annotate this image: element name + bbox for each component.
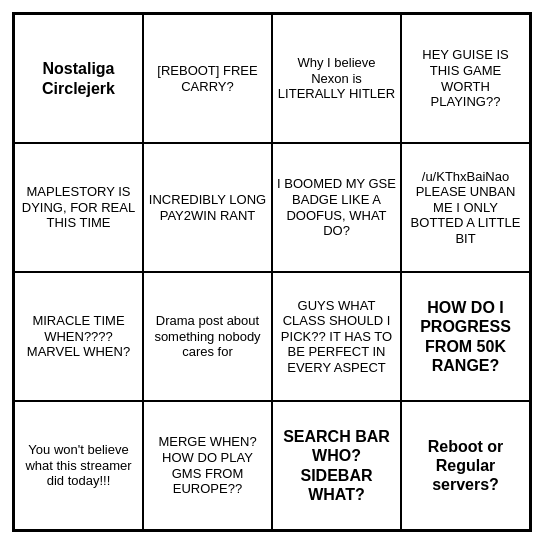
cell-13: You won't believe what this streamer did… — [14, 401, 143, 530]
cell-8: /u/KThxBaiNao PLEASE UNBAN ME I ONLY BOT… — [401, 143, 530, 272]
cell-15: SEARCH BAR WHO? SIDEBAR WHAT? — [272, 401, 401, 530]
cell-2: [REBOOT] FREE CARRY? — [143, 14, 272, 143]
cell-9: MIRACLE TIME WHEN???? MARVEL WHEN? — [14, 272, 143, 401]
cell-7: I BOOMED MY GSE BADGE LIKE A DOOFUS, WHA… — [272, 143, 401, 272]
cell-16: Reboot or Regular servers? — [401, 401, 530, 530]
cell-11: GUYS WHAT CLASS SHOULD I PICK?? IT HAS T… — [272, 272, 401, 401]
cell-14: MERGE WHEN? HOW DO PLAY GMS FROM EUROPE?… — [143, 401, 272, 530]
bingo-board: Nostaliga Circlejerk[REBOOT] FREE CARRY?… — [12, 12, 532, 532]
cell-1: Nostaliga Circlejerk — [14, 14, 143, 143]
cell-12: HOW DO I PROGRESS FROM 50K RANGE? — [401, 272, 530, 401]
cell-5: MAPLESTORY IS DYING, FOR REAL THIS TIME — [14, 143, 143, 272]
cell-10: Drama post about something nobody cares … — [143, 272, 272, 401]
bingo-grid: Nostaliga Circlejerk[REBOOT] FREE CARRY?… — [14, 14, 530, 530]
cell-4: HEY GUISE IS THIS GAME WORTH PLAYING?? — [401, 14, 530, 143]
cell-3: Why I believe Nexon is LITERALLY HITLER — [272, 14, 401, 143]
cell-6: INCREDIBLY LONG PAY2WIN RANT — [143, 143, 272, 272]
